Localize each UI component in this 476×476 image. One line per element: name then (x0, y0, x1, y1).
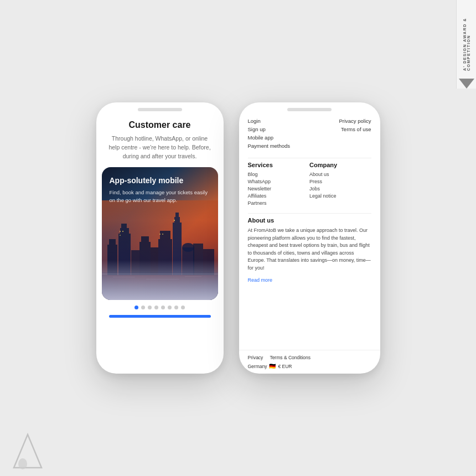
company-col: Company About us Press Jobs Legal notice (309, 162, 371, 208)
nav-terms[interactable]: Terms of use (341, 126, 371, 132)
services-whatsapp[interactable]: WhatsApp (248, 179, 310, 184)
nav-signup[interactable]: Sign up (248, 126, 266, 132)
nav-links: Login Privacy policy Sign up Terms of us… (248, 111, 371, 154)
nav-row-2: Sign up Terms of use (248, 126, 371, 132)
company-about-us[interactable]: About us (309, 172, 371, 177)
app-card-title: App-solutely mobile (110, 176, 210, 185)
phone-left-content: Customer care Through hotline, WhatsApp,… (96, 111, 224, 374)
divider-1 (248, 158, 371, 158)
customer-care-title: Customer care (106, 120, 214, 130)
services-newsletter[interactable]: Newsletter (248, 186, 310, 192)
about-title: About us (248, 217, 371, 224)
services-affiliates[interactable]: Affiliates (248, 193, 310, 199)
carousel-dots (134, 306, 185, 309)
divider-2 (248, 213, 371, 214)
services-partners[interactable]: Partners (248, 200, 310, 206)
services-company-section: Services Blog WhatsApp Newsletter Affili… (248, 162, 371, 208)
nav-privacy[interactable]: Privacy policy (339, 118, 371, 124)
dot-3[interactable] (148, 306, 152, 309)
about-text: At FromAtoB we take a unique approach to… (248, 227, 371, 272)
app-card: App-solutely mobile Find, book and manag… (102, 167, 218, 300)
footer-country: Germany 🇩🇪 € EUR (248, 363, 371, 369)
flag-icon: 🇩🇪 (269, 363, 276, 369)
dot-1[interactable] (134, 306, 138, 309)
nav-row-4: Payment methods (248, 143, 371, 149)
footer-terms[interactable]: Terms & Conditions (270, 355, 311, 360)
bottom-logo (11, 432, 44, 465)
country-name: Germany (248, 364, 267, 369)
dot-8[interactable] (181, 306, 185, 309)
customer-care-section: Customer care Through hotline, WhatsApp,… (96, 111, 224, 167)
services-blog[interactable]: Blog (248, 172, 310, 177)
footer-privacy[interactable]: Privacy (248, 355, 263, 360)
company-title: Company (309, 162, 371, 168)
bottom-bar (109, 315, 211, 318)
customer-care-desc: Through hotline, WhatsApp, or online hel… (106, 134, 214, 161)
read-more-link[interactable]: Read more (248, 277, 273, 283)
award-triangle-icon (459, 79, 474, 89)
nav-mobile-app[interactable]: Mobile app (248, 134, 273, 141)
award-badge: A' DESIGN AWARD & COMPETITION (456, 0, 476, 89)
footer-row-links: Privacy Terms & Conditions (248, 355, 371, 360)
dot-4[interactable] (154, 306, 158, 309)
dot-2[interactable] (141, 306, 145, 309)
services-title: Services (248, 162, 310, 168)
phone-bottom (96, 300, 224, 325)
dot-6[interactable] (168, 306, 172, 309)
company-press[interactable]: Press (309, 179, 371, 184)
phone-right-content: Login Privacy policy Sign up Terms of us… (239, 111, 380, 350)
company-legal[interactable]: Legal notice (309, 193, 371, 199)
dot-7[interactable] (174, 306, 178, 309)
dot-5[interactable] (161, 306, 165, 309)
nav-row-3: Mobile app (248, 134, 371, 141)
phone-left: Customer care Through hotline, WhatsApp,… (96, 102, 224, 374)
currency: € EUR (278, 364, 292, 369)
services-col: Services Blog WhatsApp Newsletter Affili… (248, 162, 310, 208)
main-container: A' DESIGN AWARD & COMPETITION Customer c… (0, 0, 476, 476)
app-card-desc: Find, book and manage your tickets easil… (110, 189, 210, 204)
app-card-text: App-solutely mobile Find, book and manag… (110, 176, 210, 204)
company-jobs[interactable]: Jobs (309, 186, 371, 192)
nav-payment[interactable]: Payment methods (248, 143, 291, 149)
award-text: A' DESIGN AWARD & COMPETITION (463, 7, 470, 71)
nav-row-1: Login Privacy policy (248, 118, 371, 124)
phone-footer: Privacy Terms & Conditions Germany 🇩🇪 € … (239, 350, 380, 374)
svg-marker-31 (14, 434, 42, 468)
nav-login[interactable]: Login (248, 118, 261, 124)
phone-right: Login Privacy policy Sign up Terms of us… (239, 102, 380, 374)
svg-point-32 (18, 458, 27, 469)
about-section: About us At FromAtoB we take a unique ap… (248, 217, 371, 284)
